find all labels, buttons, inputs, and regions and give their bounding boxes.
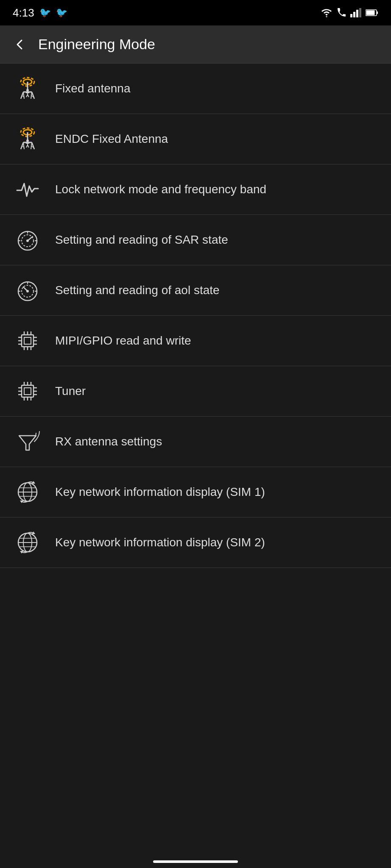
menu-item-mipi-gpio[interactable]: MIPI/GPIO read and write xyxy=(0,316,391,366)
menu-item-lock-network[interactable]: Lock network mode and frequency band xyxy=(0,164,391,215)
svg-line-12 xyxy=(32,92,34,99)
menu-item-fixed-antenna[interactable]: Fixed antenna xyxy=(0,64,391,114)
chip-icon-1 xyxy=(8,326,47,356)
home-indicator xyxy=(153,860,238,863)
menu-item-sar-state[interactable]: Setting and reading of SAR state xyxy=(0,215,391,265)
menu-label-endc-fixed-antenna: ENDC Fixed Antenna xyxy=(55,131,168,147)
back-button[interactable] xyxy=(8,34,30,55)
menu-label-mipi-gpio: MIPI/GPIO read and write xyxy=(55,333,191,348)
globe-icon-1 xyxy=(8,477,47,507)
svg-rect-0 xyxy=(350,14,352,17)
svg-rect-66 xyxy=(24,388,31,395)
svg-rect-2 xyxy=(356,10,358,17)
call-icon xyxy=(337,8,346,17)
menu-label-fixed-antenna: Fixed antenna xyxy=(55,81,130,96)
antenna-icon-1 xyxy=(8,74,47,103)
svg-point-32 xyxy=(26,139,29,142)
svg-line-27 xyxy=(32,142,34,149)
menu-item-endc-fixed-antenna[interactable]: ENDC Fixed Antenna xyxy=(0,114,391,164)
wifi-icon xyxy=(321,8,332,17)
app-bar: Engineering Mode xyxy=(0,25,391,64)
svg-line-21 xyxy=(28,95,29,97)
menu-label-key-network-sim2: Key network information display (SIM 2) xyxy=(55,535,265,550)
status-icons-right xyxy=(321,8,378,17)
page-title: Engineering Mode xyxy=(38,36,155,53)
menu-item-aol-state[interactable]: Setting and reading of aol state xyxy=(0,265,391,316)
status-time: 4:13 xyxy=(13,6,34,19)
svg-rect-3 xyxy=(359,8,361,17)
svg-line-28 xyxy=(23,142,24,149)
menu-item-key-network-sim1[interactable]: Key network information display (SIM 1) xyxy=(0,467,391,517)
twitter-icon-1: 🐦 xyxy=(39,7,51,18)
menu-label-sar-state: Setting and reading of SAR state xyxy=(55,232,228,248)
speedometer-icon-2 xyxy=(8,275,47,305)
svg-point-40 xyxy=(26,239,29,242)
svg-line-13 xyxy=(23,92,24,99)
globe-icon-2 xyxy=(8,528,47,557)
svg-rect-5 xyxy=(366,11,375,15)
chip-icon-2 xyxy=(8,376,47,406)
svg-point-47 xyxy=(26,290,29,292)
menu-item-tuner[interactable]: Tuner xyxy=(0,366,391,417)
menu-list: Fixed antenna ENDC Fixed An xyxy=(0,64,391,568)
menu-item-key-network-sim2[interactable]: Key network information display (SIM 2) xyxy=(0,517,391,568)
menu-item-rx-antenna[interactable]: RX antenna settings xyxy=(0,417,391,467)
signal-icon xyxy=(350,8,361,17)
battery-icon xyxy=(366,9,378,17)
speedometer-icon-1 xyxy=(8,225,47,255)
status-left: 4:13 🐦 🐦 xyxy=(13,6,67,19)
menu-label-aol-state: Setting and reading of aol state xyxy=(55,283,220,298)
svg-rect-51 xyxy=(22,335,34,347)
svg-rect-52 xyxy=(24,337,31,344)
status-bar: 4:13 🐦 🐦 xyxy=(0,0,391,25)
svg-rect-6 xyxy=(377,11,378,14)
antenna-icon-2 xyxy=(8,124,47,154)
menu-label-tuner: Tuner xyxy=(55,384,86,399)
svg-point-17 xyxy=(26,89,29,92)
menu-label-rx-antenna: RX antenna settings xyxy=(55,434,162,449)
rx-antenna-icon xyxy=(8,427,47,456)
menu-label-lock-network: Lock network mode and frequency band xyxy=(55,182,266,197)
svg-rect-1 xyxy=(353,12,355,17)
back-arrow-icon xyxy=(13,39,25,50)
pulse-icon xyxy=(8,175,47,204)
svg-rect-65 xyxy=(22,385,34,397)
twitter-icon-2: 🐦 xyxy=(56,7,67,18)
svg-line-36 xyxy=(28,145,29,147)
menu-label-key-network-sim1: Key network information display (SIM 1) xyxy=(55,484,265,500)
